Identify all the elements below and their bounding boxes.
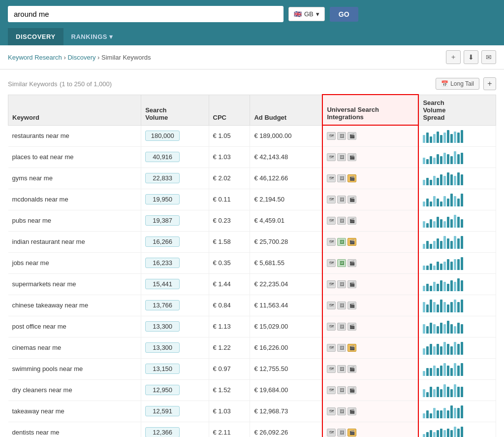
spark-bar	[440, 174, 442, 185]
spark-bar	[461, 130, 463, 143]
spark-bar	[423, 348, 425, 355]
spark-bar	[437, 326, 439, 334]
sparkline-cell	[418, 316, 496, 337]
nav-item-rankings[interactable]: RANKINGS ▾	[63, 28, 121, 45]
spark-bar	[437, 430, 439, 437]
header: 🇬🇧 GB ▾ GO	[0, 0, 504, 28]
spark-bar	[457, 154, 460, 164]
spark-bar	[454, 427, 456, 437]
chevron-down-icon: ▾	[316, 10, 319, 18]
video-icon: 🎬	[347, 323, 356, 331]
video-icon: 🎬	[347, 132, 356, 140]
video-icon: 🎬	[347, 302, 356, 309]
table-row: cinemas near me13,300€ 1.22€ 16,226.00🗺🖼…	[8, 337, 496, 358]
keyword-cell: indian restaurant near me	[8, 231, 141, 252]
spark-bar	[430, 368, 432, 376]
spark-bar	[423, 266, 425, 270]
email-icon-btn[interactable]: ✉	[481, 50, 496, 64]
volume-cell: 19,950	[141, 189, 209, 210]
spark-bar	[454, 300, 456, 312]
map-icon: 🗺	[327, 196, 336, 203]
spark-bar	[454, 259, 456, 270]
col-cpc: CPC	[209, 95, 250, 125]
spark-bar	[437, 217, 439, 228]
breadcrumb-keyword-research[interactable]: Keyword Research	[8, 54, 62, 61]
download-icon-btn[interactable]: ⬇	[464, 50, 478, 64]
breadcrumb-discovery[interactable]: Discovery	[67, 54, 95, 61]
spark-bar	[457, 302, 460, 312]
spark-bar	[443, 302, 446, 312]
spark-bar	[433, 282, 436, 291]
spark-bar	[426, 346, 429, 355]
spark-bar	[437, 178, 439, 185]
spark-bar	[433, 196, 436, 206]
universal-search-cell: 🗺🖼🎬	[322, 295, 418, 316]
spark-bar	[461, 219, 463, 228]
keyword-cell: pubs near me	[8, 210, 141, 231]
spark-bar	[433, 408, 436, 418]
spark-bar	[461, 324, 463, 334]
spark-bar	[461, 174, 463, 185]
volume-cell: 13,150	[141, 358, 209, 379]
table-row: supermarkets near me15,441€ 1.44€ 22,235…	[8, 273, 496, 295]
spark-bar	[457, 238, 460, 249]
add-column-button[interactable]: +	[483, 77, 496, 90]
spark-bar	[450, 262, 453, 270]
spark-bar	[454, 342, 456, 355]
country-selector[interactable]: 🇬🇧 GB ▾	[288, 7, 325, 21]
spark-bar	[447, 387, 449, 397]
add-icon-btn[interactable]: ＋	[446, 50, 461, 64]
spark-bar	[454, 384, 456, 397]
keyword-cell: mcdonalds near me	[8, 189, 141, 210]
cpc-cell: € 0.35	[209, 252, 250, 273]
spark-bar	[450, 368, 453, 376]
budget-cell: € 5,681.55	[250, 252, 322, 273]
breadcrumb-sep2: ›	[97, 54, 101, 61]
image-icon: 🖼	[337, 132, 346, 140]
nav-item-discovery[interactable]: DISCOVERY	[8, 28, 63, 45]
long-tail-button[interactable]: 📅 Long Tail	[436, 78, 479, 90]
keyword-cell: post office near me	[8, 316, 141, 337]
spark-bar	[433, 158, 436, 164]
spark-bar	[461, 405, 463, 418]
keyword-cell: jobs near me	[8, 252, 141, 273]
image-icon: 🖼	[337, 238, 346, 246]
image-icon: 🖼	[337, 344, 346, 352]
budget-cell: € 4,459.01	[250, 210, 322, 231]
spark-bar	[443, 408, 446, 418]
map-icon: 🗺	[327, 153, 336, 161]
breadcrumb-icons: ＋ ⬇ ✉	[446, 50, 496, 64]
spark-bar	[450, 174, 453, 185]
spark-bar	[447, 304, 449, 312]
spark-bar	[423, 302, 425, 312]
spark-bar	[437, 304, 439, 312]
spark-bar	[433, 221, 436, 228]
spark-bar	[423, 202, 425, 206]
image-icon: 🖼	[337, 302, 346, 309]
video-icon: 🎬	[347, 238, 356, 246]
cpc-cell: € 0.97	[209, 358, 250, 379]
table-row: dentists near me12,366€ 2.11€ 26,092.26🗺…	[8, 422, 496, 437]
budget-cell: € 25,700.28	[250, 231, 322, 252]
flag-icon: 🇬🇧	[294, 10, 302, 18]
spark-bar	[423, 371, 425, 376]
spark-bar	[461, 257, 463, 270]
spark-bar	[450, 134, 453, 143]
map-icon: 🗺	[327, 365, 336, 373]
go-button[interactable]: GO	[330, 7, 358, 22]
spark-bar	[457, 429, 460, 437]
map-icon: 🗺	[327, 238, 336, 246]
spark-bar	[440, 389, 442, 397]
search-input[interactable]	[8, 6, 284, 22]
spark-bar	[443, 282, 446, 291]
volume-cell: 13,300	[141, 337, 209, 358]
cpc-cell: € 0.11	[209, 189, 250, 210]
cpc-cell: € 2.11	[209, 422, 250, 437]
spark-bar	[443, 176, 446, 185]
sparkline-cell	[418, 168, 496, 189]
volume-cell: 40,916	[141, 146, 209, 168]
spark-bar	[443, 324, 446, 334]
spark-bar	[461, 363, 463, 376]
col-budget: Ad Budget	[250, 95, 322, 125]
spark-bar	[461, 387, 463, 397]
